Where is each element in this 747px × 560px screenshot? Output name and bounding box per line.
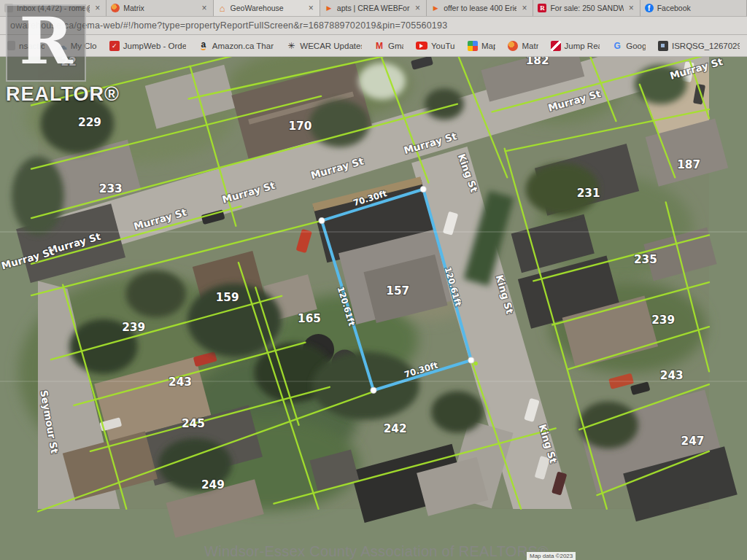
tab-title: offer to lease 400 Erie st e — [444, 4, 516, 12]
bookmark-label: Gmail — [388, 42, 403, 50]
parcel-vertex[interactable] — [371, 387, 376, 393]
close-icon[interactable]: × — [201, 3, 209, 13]
amazon-icon — [198, 41, 209, 51]
matrix-icon — [111, 4, 120, 12]
photo-glare-line — [0, 231, 747, 233]
facebook-icon — [645, 4, 654, 12]
bookmark-label: Jump Realty — [565, 42, 600, 50]
youtube-icon — [416, 42, 427, 50]
maps-icon — [468, 41, 478, 51]
parcel-number-label: 233 — [99, 182, 123, 195]
tab-title: For sale: 250 SANDWICH S — [550, 4, 623, 12]
map-canvas[interactable]: 70.30ft 70.30ft 120.61ft 120.61ft 22 229… — [0, 57, 747, 560]
tab-title: Matrix — [123, 4, 196, 12]
browser-tab-bar: Inbox (4,472) - rome@jum... × Matrix × G… — [0, 0, 747, 16]
bookmark-maps[interactable]: Maps — [468, 41, 495, 51]
bookmark-amazon[interactable]: Amazon.ca Thanks... — [198, 41, 274, 51]
bookmark-matrix[interactable]: Matrix — [508, 41, 538, 51]
bookmark-label: Amazon.ca Thanks... — [212, 42, 274, 50]
tab-title: apts | CREA WEBForms® — [337, 4, 410, 12]
satellite-imagery — [12, 57, 738, 538]
parcel-number-label: 22 — [61, 57, 77, 69]
bookmark-isrqsg[interactable]: ISRQSG_1267029_1... — [658, 41, 740, 51]
parcel-number-label: 182 — [526, 57, 549, 67]
house-icon — [218, 4, 227, 12]
tab-matrix[interactable]: Matrix × — [107, 0, 213, 16]
tab-title: GeoWarehouse — [231, 4, 303, 12]
parcel-vertex[interactable] — [319, 218, 325, 224]
parcel-number-label: 249 — [201, 478, 225, 491]
parcel-number-label: 242 — [384, 422, 407, 435]
bookmark-label: WECAR Updates –... — [300, 42, 362, 50]
realtor-icon — [538, 4, 546, 12]
parcel-number-label: 157 — [386, 284, 409, 298]
map-region[interactable]: 70.30ft 70.30ft 120.61ft 120.61ft 22 229… — [0, 57, 747, 560]
url-text[interactable]: owarehouse.ca/gema-web/#!/home?type=prop… — [10, 20, 447, 31]
tab-inbox[interactable]: Inbox (4,472) - rome@jum... × — [0, 0, 107, 16]
parcel-number-label: 245 — [182, 417, 205, 430]
parcel-number-label: 231 — [577, 187, 600, 200]
matrix-icon — [508, 41, 518, 51]
parcel-number-label: 165 — [298, 312, 321, 325]
parcel-number-label: 239 — [122, 321, 145, 334]
close-icon[interactable]: × — [627, 3, 635, 13]
tab-geowarehouse[interactable]: GeoWarehouse × — [214, 0, 320, 16]
tab-title: Inbox (4,472) - rome@jum... — [17, 4, 90, 12]
wecar-icon — [286, 41, 296, 51]
image-file-icon — [658, 41, 668, 51]
bookmark-label: nsactio... — [19, 42, 44, 50]
tab-for-sale[interactable]: For sale: 250 SANDWICH S × — [533, 0, 640, 16]
parcel-number-label: 187 — [677, 158, 700, 171]
arrow-icon — [431, 4, 440, 12]
map-attribution: Windsor-Essex County Association of REAL… — [204, 543, 547, 560]
parcel-number-label: 239 — [651, 314, 675, 327]
tab-offer-to-lease[interactable]: offer to lease 400 Erie st e × — [427, 0, 533, 16]
mail-icon — [4, 4, 13, 12]
bookmark-jump-realty[interactable]: Jump Realty — [551, 41, 600, 51]
close-icon[interactable]: × — [307, 3, 315, 13]
tab-facebook[interactable]: Facebook — [640, 0, 747, 16]
map-data-notice: Map data ©2023 — [527, 552, 576, 560]
address-bar[interactable]: owarehouse.ca/gema-web/#!/home?type=prop… — [0, 16, 747, 35]
bookmarks-bar: nsactio... My Cloud JumpWeb - Order s...… — [0, 35, 747, 57]
gmail-icon — [374, 41, 384, 51]
tab-title: Facebook — [657, 4, 742, 12]
bookmark-google[interactable]: Google — [612, 41, 646, 51]
tab-crea-webforms[interactable]: apts | CREA WEBForms® × — [320, 0, 427, 16]
bookmark-label: Maps — [481, 42, 495, 50]
bookmark-label: JumpWeb - Order s... — [123, 42, 186, 50]
parcel-number-label: 159 — [216, 291, 239, 304]
google-icon — [612, 41, 622, 51]
boundary-node — [473, 362, 477, 365]
browser-window: Inbox (4,472) - rome@jum... × Matrix × G… — [0, 0, 747, 560]
parcel-number-label: 235 — [634, 253, 657, 266]
bookmark-gmail[interactable]: Gmail — [374, 41, 403, 51]
bookmark-label: YouTube — [431, 42, 455, 50]
bookmark-label: My Cloud — [71, 42, 97, 50]
close-icon[interactable]: × — [414, 3, 422, 13]
bookmark-my-cloud[interactable]: My Cloud — [57, 41, 97, 51]
parcel-number-label: 243 — [169, 376, 192, 389]
close-icon[interactable]: × — [520, 3, 528, 13]
photo-glare-line — [0, 381, 747, 382]
bookmark-label: Google — [626, 42, 646, 50]
cloud-icon — [57, 41, 67, 51]
bookmark-label: ISRQSG_1267029_1... — [672, 42, 740, 50]
parcel-number-label: 170 — [288, 120, 311, 133]
parcel-vertex[interactable] — [468, 357, 474, 363]
jumpweb-icon — [109, 41, 120, 51]
document-icon — [7, 41, 15, 50]
parcel-number-label: 247 — [681, 435, 705, 448]
arrow-icon — [325, 4, 333, 12]
bookmark-youtube[interactable]: YouTube — [416, 42, 455, 50]
bookmark-wecar[interactable]: WECAR Updates –... — [286, 41, 362, 51]
bookmark-jumpweb[interactable]: JumpWeb - Order s... — [109, 41, 186, 51]
close-icon[interactable]: × — [93, 3, 101, 13]
bookmark-transactions[interactable]: nsactio... — [7, 41, 44, 50]
parcel-number-label: 229 — [78, 116, 101, 129]
parcel-vertex[interactable] — [420, 186, 426, 192]
bookmark-label: Matrix — [522, 42, 538, 50]
jump-realty-icon — [551, 41, 561, 51]
